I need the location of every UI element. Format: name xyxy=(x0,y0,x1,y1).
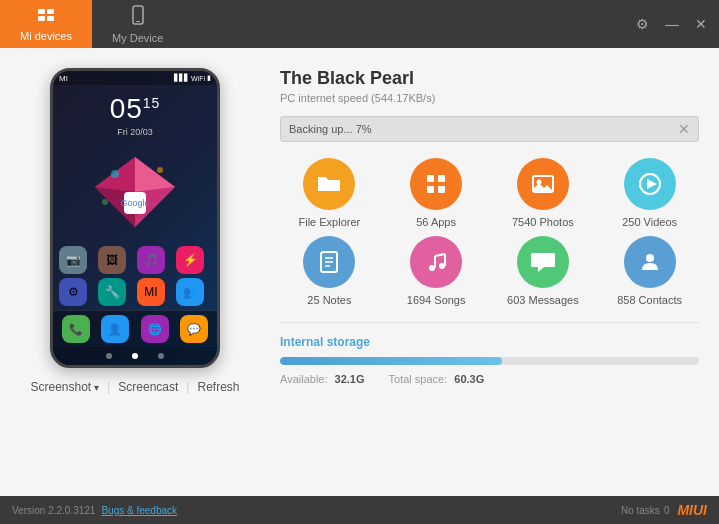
window-controls: ⚙ — ✕ xyxy=(632,0,719,48)
messages-label: 603 Messages xyxy=(507,294,579,306)
device-header: The Black Pearl PC internet speed (544.1… xyxy=(280,68,699,104)
tab-mi-devices-label: Mi devices xyxy=(20,30,72,42)
phone-dock-browser: 🌐 xyxy=(141,315,169,343)
footer-tasks: No tasks xyxy=(621,505,660,516)
phone-apps: 📷 🖼 🎵 ⚡ ⚙ 🔧 MI 👥 xyxy=(53,242,217,310)
storage-total: Total space: 60.3G xyxy=(389,373,485,385)
svg-line-30 xyxy=(435,254,445,256)
phone-app-camera: 📷 xyxy=(59,246,87,274)
backup-status-text: Backing up... 7% xyxy=(289,123,372,135)
screencast-button[interactable]: Screencast xyxy=(118,380,178,394)
backup-close-button[interactable]: ✕ xyxy=(678,121,690,137)
svg-rect-15 xyxy=(438,175,445,182)
songs-label: 1694 Songs xyxy=(407,294,466,306)
refresh-label: Refresh xyxy=(197,380,239,394)
storage-details: Available: 32.1G Total space: 60.3G xyxy=(280,373,699,385)
my-device-icon xyxy=(131,5,145,30)
device-item-notes[interactable]: 25 Notes xyxy=(280,236,379,306)
storage-available: Available: 32.1G xyxy=(280,373,365,385)
phone-dock-contacts: 👤 xyxy=(101,315,129,343)
device-item-messages[interactable]: 603 Messages xyxy=(494,236,593,306)
messages-icon xyxy=(517,236,569,288)
photos-label: 7540 Photos xyxy=(512,216,574,228)
apps-icon xyxy=(410,158,462,210)
storage-title: Internal storage xyxy=(280,335,699,349)
notes-label: 25 Notes xyxy=(307,294,351,306)
svg-rect-14 xyxy=(427,175,434,182)
phone-mockup: MI ▋▋▋ WiFi ▮ 0515 Fri 20/03 xyxy=(50,68,220,368)
device-speed: PC internet speed (544.17KB/s) xyxy=(280,92,699,104)
close-button[interactable]: ✕ xyxy=(691,12,711,36)
device-item-photos[interactable]: 7540 Photos xyxy=(494,158,593,228)
svg-point-11 xyxy=(111,170,119,178)
minimize-button[interactable]: — xyxy=(661,12,683,36)
file-explorer-icon xyxy=(303,158,355,210)
phone-time: 0515 xyxy=(53,93,217,125)
phone-wallpaper: Google xyxy=(53,141,217,242)
svg-point-13 xyxy=(102,199,108,205)
right-panel: The Black Pearl PC internet speed (544.1… xyxy=(270,48,719,496)
phone-wifi: WiFi xyxy=(191,75,205,82)
device-item-songs[interactable]: 1694 Songs xyxy=(387,236,486,306)
contacts-icon xyxy=(624,236,676,288)
videos-icon xyxy=(624,158,676,210)
device-icons-grid: File Explorer 56 Apps xyxy=(280,158,699,306)
titlebar: Mi devices My Device ⚙ — ✕ xyxy=(0,0,719,48)
device-name: The Black Pearl xyxy=(280,68,699,89)
notes-icon xyxy=(303,236,355,288)
svg-rect-1 xyxy=(47,9,54,14)
phone-statusbar: MI ▋▋▋ WiFi ▮ xyxy=(53,71,217,85)
device-item-file-explorer[interactable]: File Explorer xyxy=(280,158,379,228)
screenshot-button[interactable]: Screenshot ▾ xyxy=(30,380,99,394)
phone-nav-home xyxy=(132,353,138,359)
device-item-videos[interactable]: 250 Videos xyxy=(600,158,699,228)
phone-dock-phone: 📞 xyxy=(62,315,90,343)
settings-icon[interactable]: ⚙ xyxy=(632,12,653,36)
mi-devices-icon xyxy=(36,7,56,28)
phone-app-miui: MI xyxy=(137,278,165,306)
phone-dock: 📞 👤 🌐 💬 xyxy=(53,310,217,347)
footer: Version 2.2.0.3121 Bugs & feedback No ta… xyxy=(0,496,719,524)
tab-my-device[interactable]: My Device xyxy=(92,0,183,48)
phone-carrier: MI xyxy=(59,71,68,85)
phone-signal: ▋▋▋ xyxy=(174,74,189,82)
device-item-apps[interactable]: 56 Apps xyxy=(387,158,486,228)
feedback-link[interactable]: Bugs & feedback xyxy=(101,505,177,516)
task-count: 0 xyxy=(664,505,670,516)
storage-bar-fill xyxy=(280,357,502,365)
phone-app-gallery: 🖼 xyxy=(98,246,126,274)
svg-point-12 xyxy=(157,167,163,173)
phone-navbar xyxy=(53,347,217,365)
tab-my-device-label: My Device xyxy=(112,32,163,44)
left-panel: MI ▋▋▋ WiFi ▮ 0515 Fri 20/03 xyxy=(0,48,270,496)
photos-icon xyxy=(517,158,569,210)
svg-rect-5 xyxy=(136,21,140,22)
google-search: Google xyxy=(124,192,146,214)
svg-rect-2 xyxy=(38,16,45,21)
svg-marker-21 xyxy=(647,179,657,189)
screencast-label: Screencast xyxy=(118,380,178,394)
device-item-contacts[interactable]: 858 Contacts xyxy=(600,236,699,306)
storage-bar xyxy=(280,357,699,365)
tab-mi-devices[interactable]: Mi devices xyxy=(0,0,92,48)
miui-logo: MIUI xyxy=(677,502,707,518)
separator-2: | xyxy=(186,380,189,394)
phone-date: Fri 20/03 xyxy=(53,127,217,137)
videos-label: 250 Videos xyxy=(622,216,677,228)
version-text: Version 2.2.0.3121 xyxy=(12,505,95,516)
main-content: MI ▋▋▋ WiFi ▮ 0515 Fri 20/03 xyxy=(0,48,719,496)
songs-icon xyxy=(410,236,462,288)
svg-point-31 xyxy=(646,254,654,262)
backup-bar: Backing up... 7% ✕ xyxy=(280,116,699,142)
phone-nav-back xyxy=(106,353,112,359)
contacts-label: 858 Contacts xyxy=(617,294,682,306)
svg-rect-0 xyxy=(38,9,45,14)
svg-rect-3 xyxy=(47,16,54,21)
phone-app-social: 👥 xyxy=(176,278,204,306)
screenshot-label: Screenshot xyxy=(30,380,91,394)
refresh-button[interactable]: Refresh xyxy=(197,380,239,394)
file-explorer-label: File Explorer xyxy=(299,216,361,228)
separator-1: | xyxy=(107,380,110,394)
phone-actions: Screenshot ▾ | Screencast | Refresh xyxy=(30,380,239,394)
no-tasks-text: No tasks xyxy=(621,505,660,516)
